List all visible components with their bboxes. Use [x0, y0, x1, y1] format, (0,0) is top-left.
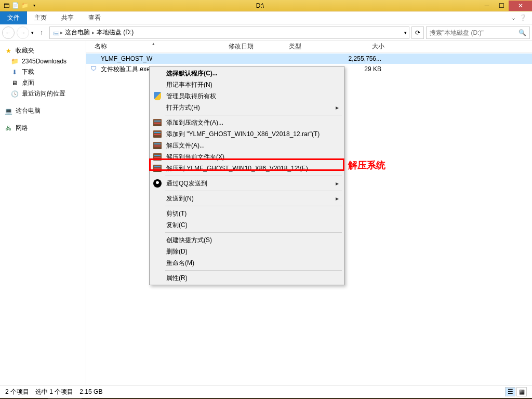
maximize-button[interactable]: ☐ [494, 1, 509, 11]
ctx-properties[interactable]: 属性(R) [151, 272, 343, 284]
sidebar-label: 下载 [22, 68, 34, 76]
ctx-qq-send[interactable]: 通过QQ发送到 [151, 178, 343, 189]
nav-back-button[interactable]: ← [2, 26, 15, 39]
tab-file[interactable]: 文件 [0, 11, 27, 24]
download-icon: ⬇ [10, 68, 19, 76]
ctx-separator [165, 270, 342, 271]
window-title: D:\ [41, 2, 480, 9]
column-type[interactable]: 类型 [285, 42, 347, 51]
tab-home[interactable]: 主页 [27, 11, 54, 24]
exe-icon: 🛡 [90, 65, 99, 73]
ctx-open-notepad[interactable]: 用记事本打开(N) [151, 79, 343, 90]
sidebar-item-recent[interactable]: 🕓 最近访问的位置 [0, 88, 86, 99]
ctx-separator [165, 115, 342, 115]
annotation-text: 解压系统 [348, 159, 385, 171]
ribbon-tabs: 文件 主页 共享 查看 ⌵ ❔ [0, 11, 532, 24]
sidebar-label: 2345Downloads [22, 58, 66, 65]
ctx-open-with-default[interactable]: 选择默认程序(C)... [151, 68, 343, 79]
breadcrumb[interactable]: 本地磁盘 (D:) [95, 28, 136, 37]
rar-icon [153, 141, 162, 150]
nav-recent-dropdown[interactable]: ▾ [31, 30, 34, 35]
shield-icon [153, 91, 162, 101]
status-item-count: 2 个项目 [5, 388, 29, 396]
file-row[interactable]: YLMF_GHOST_W 2,255,756... [86, 54, 532, 64]
qat-newfolder-icon[interactable]: 📁 [21, 2, 29, 10]
file-size: 29 KB [340, 65, 381, 73]
rar-icon [153, 164, 162, 173]
ctx-cut[interactable]: 剪切(T) [151, 208, 343, 219]
nav-forward-button[interactable]: → [17, 26, 29, 39]
close-button[interactable]: ✕ [509, 1, 532, 11]
tab-view[interactable]: 查看 [81, 11, 108, 24]
ctx-separator [165, 206, 342, 206]
address-dropdown-icon[interactable]: ▾ [404, 30, 407, 35]
navigation-bar: ← → ▾ ↑ 🖴 ▸ 这台电脑 ▸ 本地磁盘 (D:) ▾ ⟳ 🔍 [0, 24, 532, 41]
ctx-extract-files[interactable]: 解压文件(A)... [151, 140, 343, 151]
search-input[interactable] [430, 29, 518, 36]
sidebar-favorites[interactable]: ★ 收藏夹 [0, 45, 86, 56]
ctx-add-archive[interactable]: 添加到压缩文件(A)... [151, 117, 343, 128]
ctx-extract-here[interactable]: 解压到当前文件夹(X) [151, 151, 343, 163]
recent-icon: 🕓 [10, 90, 19, 98]
navigation-pane: ★ 收藏夹 📁 2345Downloads ⬇ 下载 🖥 桌面 🕓 最近访问的位… [0, 41, 86, 385]
sidebar-label: 桌面 [22, 78, 34, 87]
sidebar-network[interactable]: 🖧 网络 [0, 123, 86, 134]
qat-dropdown-icon[interactable]: ▾ [30, 2, 38, 10]
rar-icon [153, 118, 162, 127]
ctx-delete[interactable]: 删除(D) [151, 246, 343, 257]
status-bar: 2 个项目 选中 1 个项目 2.15 GB ☰ ▦ [0, 385, 532, 398]
sort-indicator-icon: ▴ [86, 41, 220, 46]
rar-file-icon [90, 55, 99, 63]
refresh-button[interactable]: ⟳ [411, 26, 424, 39]
tab-share[interactable]: 共享 [54, 11, 81, 24]
file-size: 2,255,756... [340, 55, 381, 62]
view-icons-button[interactable]: ▦ [516, 387, 527, 396]
ctx-copy[interactable]: 复制(C) [151, 219, 343, 231]
ctx-separator [165, 191, 342, 191]
sidebar-label: 收藏夹 [16, 46, 34, 55]
view-details-button[interactable]: ☰ [505, 387, 515, 396]
address-bar[interactable]: 🖴 ▸ 这台电脑 ▸ 本地磁盘 (D:) ▾ [49, 26, 409, 39]
ctx-add-to-rar[interactable]: 添加到 "YLMF_GHOST_WIN10_X86_V2018_12.rar"(… [151, 128, 343, 140]
ctx-rename[interactable]: 重命名(M) [151, 257, 343, 269]
desktop-icon: 🖥 [10, 79, 19, 87]
ctx-send-to[interactable]: 发送到(N) [151, 193, 343, 204]
star-icon: ★ [4, 47, 12, 55]
status-selected: 选中 1 个项目 [35, 388, 73, 396]
pc-icon: 💻 [4, 107, 12, 115]
sidebar-label: 这台电脑 [16, 107, 41, 115]
rar-icon [153, 152, 162, 162]
ribbon-expand-icon[interactable]: ⌵ [512, 15, 515, 21]
sidebar-item-desktop[interactable]: 🖥 桌面 [0, 77, 86, 88]
file-name: YLMF_GHOST_W [101, 55, 225, 62]
ctx-extract-to-folder[interactable]: 解压到 YLMF_GHOST_WIN10_X86_V2018_12\(E) [151, 163, 343, 174]
search-box[interactable]: 🔍 [426, 26, 530, 39]
sidebar-label: 最近访问的位置 [22, 89, 65, 98]
ctx-open-with[interactable]: 打开方式(H) [151, 102, 343, 113]
app-icon: 🗔 [2, 2, 10, 10]
status-size: 2.15 GB [79, 388, 102, 395]
ctx-separator [165, 176, 342, 176]
sidebar-item-download[interactable]: ⬇ 下载 [0, 66, 86, 77]
column-date[interactable]: 修改日期 [224, 42, 285, 51]
window-titlebar: 🗔 📄 📁 ▾ D:\ ─ ☐ ✕ [0, 0, 532, 11]
qat-props-icon[interactable]: 📄 [11, 2, 20, 10]
breadcrumb[interactable]: 这台电脑 [63, 28, 92, 37]
nav-up-button[interactable]: ↑ [36, 27, 47, 38]
ctx-separator [165, 232, 342, 233]
sidebar-thispc[interactable]: 💻 这台电脑 [0, 105, 86, 116]
folder-icon: 📁 [10, 57, 19, 65]
column-size[interactable]: 大小 [347, 42, 389, 51]
search-icon[interactable]: 🔍 [518, 29, 526, 36]
rar-icon [153, 129, 162, 139]
sidebar-label: 网络 [16, 124, 28, 132]
titlebar-qat: 🗔 📄 📁 ▾ [0, 1, 41, 11]
drive-icon: 🖴 [52, 29, 60, 37]
help-icon[interactable]: ❔ [519, 14, 527, 21]
network-icon: 🖧 [4, 124, 12, 132]
sidebar-item-downloads[interactable]: 📁 2345Downloads [0, 56, 86, 66]
ctx-create-shortcut[interactable]: 创建快捷方式(S) [151, 234, 343, 246]
context-menu: 选择默认程序(C)... 用记事本打开(N) 管理员取得所有权 打开方式(H) … [149, 66, 344, 285]
minimize-button[interactable]: ─ [480, 1, 494, 11]
ctx-admin-ownership[interactable]: 管理员取得所有权 [151, 90, 343, 102]
